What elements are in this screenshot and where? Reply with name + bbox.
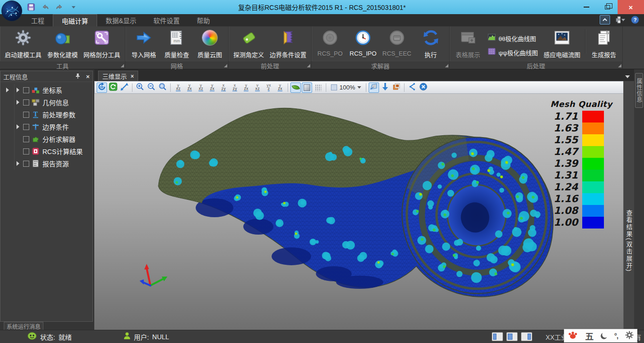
clip-region-icon[interactable] (369, 82, 379, 93)
ribbon-button-gear[interactable]: 启动建模工具 (2, 28, 44, 62)
restore-icon[interactable] (597, 0, 618, 14)
orbit-icon[interactable] (97, 82, 107, 93)
pan-arrow-icon[interactable] (119, 82, 130, 93)
tree-item-4[interactable]: 边界条件 (0, 121, 92, 133)
ribbon-button-boundary-book[interactable]: 边界条件设置 (267, 28, 309, 62)
tree-checkbox[interactable] (23, 87, 29, 93)
ribbon-button-theta-chart[interactable]: θθ极化曲线图 (487, 33, 538, 43)
orbit-refresh-icon[interactable] (108, 82, 118, 93)
tree-checkbox[interactable] (23, 148, 29, 155)
layout-left-icon[interactable] (492, 332, 503, 341)
view-orientation-button-11[interactable]: yzx (207, 82, 217, 93)
viewport-canvas[interactable]: Mesh Quality 1.711.631.551.471.391.311.2… (94, 94, 625, 330)
menu-tab-3[interactable]: 数据&显示 (97, 14, 145, 26)
app-logo[interactable] (1, 0, 22, 21)
ime-mode-button[interactable]: 五 (585, 330, 594, 342)
menu-tab-4[interactable]: 软件设置 (145, 14, 188, 26)
menu-tab-5[interactable]: 帮助 (188, 14, 218, 26)
menu-tab-2[interactable]: 电磁计算 (53, 14, 97, 26)
layers-icon[interactable] (391, 82, 402, 93)
legend-value: 1.47 (548, 146, 582, 158)
tree-item-3[interactable]: T前处理参数 (0, 108, 92, 121)
pin-icon[interactable] (75, 73, 80, 80)
shaded-icon[interactable] (302, 82, 312, 93)
tab-3d-display[interactable]: 三维显示 × (98, 71, 138, 81)
ribbon-button-label: θθ极化曲线图 (499, 34, 536, 43)
close-icon[interactable]: × (86, 73, 90, 80)
close-icon[interactable]: × (618, 0, 644, 14)
flow-share-icon[interactable] (407, 82, 417, 93)
view-orientation-button-12[interactable]: xzy (218, 82, 229, 93)
ribbon-button-import-mesh[interactable]: 导入网格 (127, 28, 160, 62)
view-orientation-button-15[interactable]: vxz (252, 82, 263, 93)
ribbon-button-induced-current-map[interactable]: 感应电磁流图 (541, 28, 583, 62)
tree-item-7[interactable]: 报告资源 (0, 157, 92, 170)
gear-icon[interactable] (625, 331, 634, 341)
tree-checkbox[interactable] (23, 161, 29, 167)
boundary-condition-icon (32, 123, 40, 131)
print-preview-icon[interactable] (615, 15, 625, 24)
minimize-icon[interactable] (576, 0, 597, 14)
mesh-quality-legend: Mesh Quality 1.711.631.551.471.391.311.2… (548, 99, 614, 229)
svg-text:mm: mm (173, 39, 180, 43)
group-dialog-launcher-icon[interactable] (307, 64, 310, 67)
zoom-in-icon[interactable] (135, 82, 145, 93)
view-orientation-button-8[interactable]: yxz (173, 82, 183, 93)
tree-item-6[interactable]: RCS计算结果 (0, 145, 92, 157)
view-orientation-button-13[interactable]: xzy (230, 82, 240, 93)
cancel-icon[interactable] (418, 82, 429, 93)
tab-3d-display-label: 三维显示 (102, 72, 127, 81)
ime-punctuation-button[interactable]: °, (614, 332, 618, 340)
tree-checkbox[interactable] (23, 136, 29, 142)
group-dialog-launcher-icon[interactable] (618, 64, 621, 67)
group-dialog-launcher-icon[interactable] (445, 64, 448, 67)
tab-property-info[interactable]: 属性信息 (635, 73, 643, 108)
paw-icon[interactable] (568, 330, 578, 342)
view-orientation-button-9[interactable]: yzx (184, 82, 195, 93)
menu-tab-1[interactable]: 工程 (23, 14, 53, 26)
zoom-level-select[interactable]: 100% (329, 82, 363, 93)
view-orientation-button-16[interactable]: yxz (264, 82, 274, 93)
collapse-ribbon-icon[interactable] (600, 15, 610, 24)
solver-ipo-icon (355, 30, 371, 48)
expand-arrow-icon[interactable] (17, 124, 19, 129)
group-dialog-launcher-icon[interactable] (224, 64, 227, 67)
zoom-out-icon[interactable] (146, 82, 157, 93)
ribbon-button-solver-ipo[interactable]: RCS_IPO (347, 28, 380, 62)
group-dialog-launcher-icon[interactable] (121, 64, 124, 67)
expand-arrow-icon[interactable] (17, 88, 19, 92)
view-orientation-button-17[interactable]: yzx (275, 82, 285, 93)
zoom-window-icon[interactable] (157, 82, 168, 93)
geometry-info-icon (32, 98, 40, 106)
arrow-down-icon[interactable] (380, 82, 390, 93)
moon-icon[interactable] (601, 333, 607, 339)
ribbon-button-quality-cloud[interactable]: 质量云图 (193, 28, 226, 62)
view-orientation-button-10[interactable]: yxz (196, 82, 206, 93)
view-results-strip[interactable]: 查看结果(双击展开) (623, 81, 634, 330)
leaf-icon[interactable] (290, 82, 301, 93)
tab-list-caret-icon[interactable] (625, 75, 630, 78)
expand-arrow-icon[interactable] (17, 161, 19, 166)
expand-arrow-icon[interactable] (6, 88, 9, 92)
tree-checkbox[interactable] (23, 124, 29, 130)
ribbon-button-mesh-tool[interactable]: 网格剖分工具 (81, 28, 123, 62)
ribbon-button-psi-chart[interactable]: ψψ极化曲线图 (487, 47, 538, 57)
help-icon[interactable]: ? (630, 15, 640, 24)
tree-checkbox[interactable] (23, 99, 29, 106)
tree-item-5[interactable]: 分析求解器 (0, 133, 92, 145)
view-orientation-button-14[interactable]: yzx (241, 82, 251, 93)
wire-dots-icon[interactable] (313, 82, 323, 93)
tree-checkbox[interactable] (23, 112, 29, 118)
tab-close-icon[interactable]: × (131, 73, 134, 80)
ribbon-button-execute[interactable]: 执行 (414, 28, 447, 62)
expand-arrow-icon[interactable] (17, 100, 19, 105)
ribbon-button-probe-angle[interactable]: 探测角定义 (231, 28, 267, 62)
tree-item-2[interactable]: 几何信息 (0, 96, 92, 108)
system-messages-tab[interactable]: 系统运行消息 (4, 322, 43, 330)
ribbon-button-param-model[interactable]: 参数化建模 (44, 28, 81, 62)
layout-right-icon[interactable] (521, 332, 532, 341)
layout-split-icon[interactable] (506, 332, 518, 341)
ribbon-button-quality-check[interactable]: mm质量检查 (160, 28, 193, 62)
tree-item-1[interactable]: 坐标系 (0, 84, 92, 96)
ribbon-button-report[interactable]: 生成报告 (587, 28, 620, 62)
